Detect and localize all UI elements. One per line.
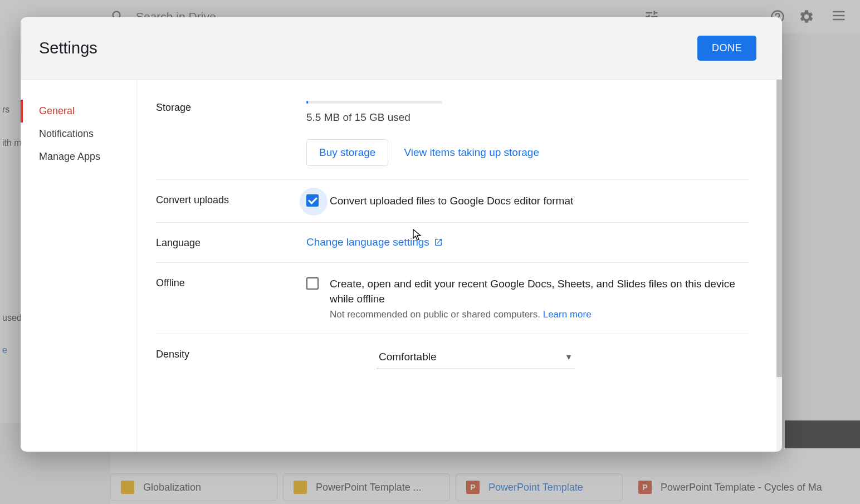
label-convert: Convert uploads	[156, 193, 306, 209]
open-external-icon	[434, 238, 443, 247]
view-items-link[interactable]: View items taking up storage	[404, 146, 539, 159]
settings-dialog: Settings DONE General Notifications Mana…	[21, 17, 782, 452]
row-language: Language Change language settings	[156, 223, 749, 263]
nav-notifications[interactable]: Notifications	[21, 123, 136, 145]
label-storage: Storage	[156, 101, 306, 166]
convert-checkbox[interactable]	[306, 194, 319, 207]
label-density: Density	[156, 348, 306, 369]
checkbox-ripple	[300, 188, 328, 216]
nav-manage-apps[interactable]: Manage Apps	[21, 145, 136, 168]
done-button[interactable]: DONE	[697, 36, 756, 61]
buy-storage-button[interactable]: Buy storage	[306, 139, 388, 166]
label-language: Language	[156, 236, 306, 249]
offline-checkbox[interactable]	[306, 277, 319, 290]
settings-nav: General Notifications Manage Apps	[21, 80, 137, 452]
scrollbar[interactable]	[776, 80, 782, 452]
dropdown-arrow-icon: ▼	[565, 353, 573, 361]
density-select[interactable]: Comfortable ▼	[377, 348, 575, 369]
change-language-link[interactable]: Change language settings	[306, 236, 443, 248]
settings-content: Storage 5.5 MB of 15 GB used Buy storage…	[137, 80, 782, 452]
label-offline: Offline	[156, 276, 306, 320]
row-density: Density Comfortable ▼	[156, 334, 749, 383]
learn-more-link[interactable]: Learn more	[543, 309, 592, 320]
offline-helper: Not recommended on public or shared comp…	[330, 309, 749, 320]
row-storage: Storage 5.5 MB of 15 GB used Buy storage…	[156, 97, 749, 180]
dialog-title: Settings	[39, 39, 97, 57]
nav-general[interactable]: General	[21, 100, 136, 123]
dialog-body: General Notifications Manage Apps Storag…	[21, 80, 782, 452]
row-convert-uploads: Convert uploads Convert uploaded files t…	[156, 180, 749, 223]
row-offline: Offline Create, open and edit your recen…	[156, 263, 749, 334]
convert-text: Convert uploaded files to Google Docs ed…	[330, 193, 573, 209]
dialog-header: Settings DONE	[21, 17, 782, 80]
storage-progress	[306, 101, 442, 104]
offline-text: Create, open and edit your recent Google…	[330, 276, 749, 307]
storage-used-text: 5.5 MB of 15 GB used	[306, 111, 749, 124]
